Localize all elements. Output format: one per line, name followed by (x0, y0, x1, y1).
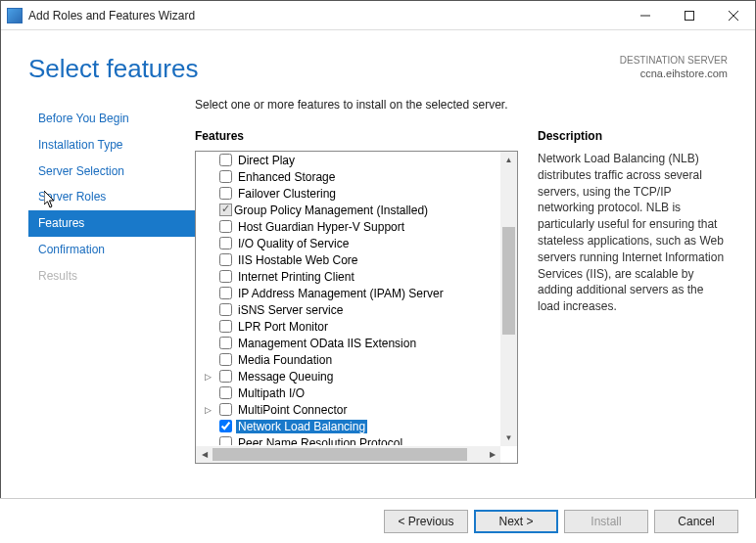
feature-row[interactable]: Internet Printing Client (196, 268, 517, 285)
feature-checkbox[interactable] (219, 220, 232, 233)
wizard-step-before-you-begin[interactable]: Before You Begin (28, 106, 195, 132)
feature-row[interactable]: Management OData IIS Extension (196, 335, 517, 351)
feature-checkbox[interactable] (219, 353, 232, 366)
feature-label: Multipath I/O (236, 386, 307, 400)
feature-label: iSNS Server service (236, 303, 345, 317)
previous-button[interactable]: < Previous (384, 510, 468, 533)
feature-label: Media Foundation (236, 353, 334, 367)
minimize-button[interactable] (623, 1, 667, 29)
feature-checkbox[interactable] (219, 287, 232, 299)
horizontal-scrollbar[interactable]: ◀ ▶ (196, 446, 500, 463)
feature-label: Direct Play (236, 154, 297, 167)
feature-row[interactable]: I/O Quality of Service (196, 235, 517, 251)
scroll-up-icon[interactable]: ▲ (500, 152, 517, 168)
feature-checkbox[interactable] (219, 403, 232, 416)
app-icon (7, 8, 23, 23)
page-title: Select features (28, 54, 620, 84)
feature-row[interactable]: Enhanced Storage (196, 168, 517, 185)
feature-checkbox[interactable] (219, 436, 232, 445)
feature-checkbox[interactable] (219, 170, 232, 183)
feature-row[interactable]: Media Foundation (196, 351, 517, 368)
wizard-step-features[interactable]: Features (28, 210, 195, 237)
vertical-scrollbar[interactable]: ▲ ▼ (500, 152, 517, 446)
feature-checkbox[interactable] (219, 253, 232, 266)
expand-icon[interactable]: ▷ (202, 405, 213, 415)
feature-checkbox[interactable] (219, 237, 232, 249)
feature-row[interactable]: Direct Play (196, 152, 517, 168)
feature-checkbox[interactable] (219, 303, 232, 316)
instruction-text: Select one or more features to install o… (195, 98, 728, 112)
scroll-thumb[interactable] (502, 227, 515, 335)
features-listbox[interactable]: Direct PlayEnhanced StorageFailover Clus… (195, 151, 518, 464)
destination-label: DESTINATION SERVER (620, 54, 728, 67)
feature-label: Peer Name Resolution Protocol (236, 436, 404, 446)
next-button[interactable]: Next > (474, 510, 558, 533)
features-heading: Features (195, 129, 518, 143)
feature-label: Network Load Balancing (236, 420, 367, 433)
feature-row[interactable]: Group Policy Management (Installed) (196, 202, 517, 218)
feature-checkbox[interactable] (219, 386, 232, 399)
feature-row[interactable]: iSNS Server service (196, 301, 517, 318)
feature-row[interactable]: IP Address Management (IPAM) Server (196, 285, 517, 301)
feature-label: Failover Clustering (236, 187, 338, 201)
feature-row[interactable]: Network Load Balancing (196, 418, 517, 434)
scroll-right-icon[interactable]: ▶ (484, 446, 500, 463)
window-title: Add Roles and Features Wizard (28, 9, 623, 23)
feature-label: IP Address Management (IPAM) Server (236, 287, 446, 300)
feature-label: Internet Printing Client (236, 270, 356, 284)
maximize-button[interactable] (667, 1, 711, 29)
scroll-thumb-h[interactable] (213, 448, 467, 461)
feature-row[interactable]: Failover Clustering (196, 185, 517, 202)
cursor-icon (44, 191, 58, 208)
feature-label: Message Queuing (236, 370, 335, 384)
feature-checkbox[interactable] (219, 187, 232, 200)
feature-row[interactable]: LPR Port Monitor (196, 318, 517, 335)
feature-label: Enhanced Storage (236, 170, 337, 184)
description-text: Network Load Balancing (NLB) distributes… (538, 151, 728, 315)
feature-label: Group Policy Management (Installed) (232, 204, 430, 217)
feature-row[interactable]: Multipath I/O (196, 385, 517, 401)
wizard-step-server-selection[interactable]: Server Selection (28, 158, 195, 185)
feature-checkbox[interactable] (219, 320, 232, 333)
feature-label: IIS Hostable Web Core (236, 253, 360, 267)
wizard-step-confirmation[interactable]: Confirmation (28, 237, 195, 263)
feature-checkbox[interactable] (219, 270, 232, 283)
expand-icon[interactable]: ▷ (202, 372, 213, 382)
feature-checkbox (219, 204, 232, 216)
wizard-step-results: Results (28, 263, 195, 290)
feature-label: Management OData IIS Extension (236, 337, 418, 350)
cancel-button[interactable]: Cancel (654, 510, 738, 533)
feature-checkbox[interactable] (219, 154, 232, 166)
scroll-left-icon[interactable]: ◀ (196, 446, 213, 463)
feature-row[interactable]: ▷Message Queuing (196, 368, 517, 385)
feature-row[interactable]: Host Guardian Hyper-V Support (196, 218, 517, 235)
close-button[interactable] (711, 1, 755, 29)
scroll-down-icon[interactable]: ▼ (500, 430, 517, 446)
description-heading: Description (538, 129, 728, 143)
feature-label: I/O Quality of Service (236, 237, 351, 250)
titlebar: Add Roles and Features Wizard (1, 1, 755, 30)
feature-row[interactable]: IIS Hostable Web Core (196, 251, 517, 268)
feature-label: Host Guardian Hyper-V Support (236, 220, 406, 234)
install-button[interactable]: Install (564, 510, 648, 533)
wizard-step-installation-type[interactable]: Installation Type (28, 132, 195, 158)
feature-checkbox[interactable] (219, 420, 232, 432)
feature-label: MultiPoint Connector (236, 403, 349, 417)
destination-server: DESTINATION SERVER ccna.eihstore.com (620, 54, 728, 80)
wizard-footer: < Previous Next > Install Cancel (0, 498, 756, 543)
feature-checkbox[interactable] (219, 370, 232, 383)
feature-checkbox[interactable] (219, 337, 232, 349)
feature-row[interactable]: ▷MultiPoint Connector (196, 401, 517, 418)
feature-row[interactable]: Peer Name Resolution Protocol (196, 434, 517, 445)
feature-label: LPR Port Monitor (236, 320, 330, 334)
wizard-steps-sidebar: Before You BeginInstallation TypeServer … (28, 94, 195, 464)
destination-hostname: ccna.eihstore.com (620, 67, 728, 80)
svg-rect-1 (685, 11, 693, 20)
